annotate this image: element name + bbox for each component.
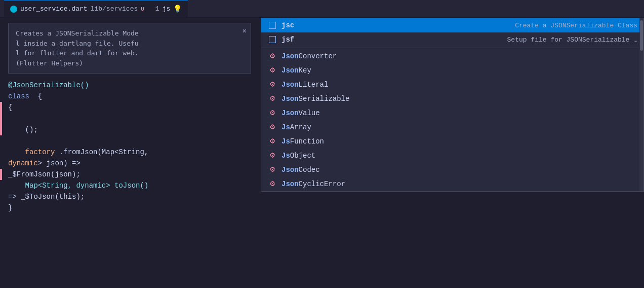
dropdown-item-jsonliteral[interactable]: ⚙ JsonLiteral bbox=[261, 78, 643, 92]
snippet-sym-9: ⚙ bbox=[270, 166, 275, 174]
square-icon-jsf bbox=[269, 36, 276, 43]
snippet-sym-2: ⚙ bbox=[270, 66, 275, 75]
code-dynamic-keyword: dynamic bbox=[8, 158, 38, 169]
item-label-jsfunction: JsFunction bbox=[281, 137, 637, 146]
dropdown-scrollbar[interactable] bbox=[639, 18, 643, 191]
match-text-json6: Json bbox=[281, 166, 299, 174]
line-indicator bbox=[0, 102, 2, 113]
rest-text-key: Key bbox=[299, 66, 311, 75]
snippet-sym-5: ⚙ bbox=[270, 109, 275, 117]
code-line-open-brace: { bbox=[0, 102, 261, 113]
dropdown-item-jsfunction[interactable]: ⚙ JsFunction bbox=[261, 134, 643, 149]
item-label-jsarray: JsArray bbox=[281, 123, 637, 131]
code-line-class: class { bbox=[0, 91, 261, 102]
dropdown-item-jsoncodec[interactable]: ⚙ JsonCodec bbox=[261, 163, 643, 177]
rest-text-serializable: Serializable bbox=[299, 95, 350, 103]
code-line-map: Map<String, dynamic> toJson() bbox=[0, 180, 261, 191]
snippet-icon-jsonvalue: ⚙ bbox=[267, 108, 277, 118]
tab-filename: user_service.dart bbox=[20, 5, 88, 13]
tab-path: lib/services bbox=[91, 5, 138, 13]
rest-text-value: Value bbox=[299, 109, 320, 117]
item-desc-jsf: Setup file for JSONSerializable … bbox=[507, 36, 637, 44]
code-annotation: @JsonSerializable() bbox=[8, 80, 89, 91]
main-content: × Creates a JSONSerializable Mode l insi… bbox=[0, 18, 644, 288]
tooltip-line-4: (Flutter Helpers) bbox=[16, 58, 244, 68]
code-line-close: } bbox=[0, 202, 261, 213]
tooltip-line-1: Creates a JSONSerializable Mode bbox=[16, 28, 244, 39]
tab-line-col: 1 bbox=[155, 5, 159, 13]
match-text-jsf: jsf bbox=[281, 35, 294, 44]
dart-icon bbox=[10, 6, 17, 13]
snippet-icon-jsf bbox=[267, 34, 277, 45]
item-label-jsc: jsc bbox=[281, 21, 505, 29]
snippet-sym-10: ⚙ bbox=[270, 180, 275, 188]
snippet-icon-jsonkey: ⚙ bbox=[267, 65, 277, 76]
rest-text-literal: Literal bbox=[299, 81, 329, 89]
tab-bar: user_service.dart lib/services U 1 js 💡 bbox=[0, 0, 644, 18]
dropdown-item-jsf[interactable]: jsf Setup file for JSONSerializable … bbox=[261, 32, 643, 47]
rest-text-array: Array bbox=[290, 123, 311, 131]
tab-lang: js bbox=[163, 5, 171, 13]
item-label-jsoncyclicerror: JsonCyclicError bbox=[281, 180, 637, 188]
item-label-jsonliteral: JsonLiteral bbox=[281, 81, 637, 89]
dropdown-item-jsarray[interactable]: ⚙ JsArray bbox=[261, 120, 643, 134]
snippet-icon-jsc bbox=[267, 20, 277, 30]
dropdown-item-jsobject[interactable]: ⚙ JsObject bbox=[261, 149, 643, 163]
snippet-sym-6: ⚙ bbox=[270, 123, 275, 131]
item-label-jsf: jsf bbox=[281, 35, 497, 44]
code-factory-keyword: factory bbox=[25, 147, 55, 158]
snippet-icon-jsarray: ⚙ bbox=[267, 122, 277, 132]
dropdown-item-jsoncyclicerror[interactable]: ⚙ JsonCyclicError bbox=[261, 177, 643, 191]
snippet-sym-4: ⚙ bbox=[270, 95, 275, 103]
code-fromjson-call: _$FromJson(json); bbox=[8, 169, 80, 180]
rest-text-cyclicerror: CyclicError bbox=[299, 180, 345, 188]
line-indicator-3 bbox=[0, 124, 2, 135]
match-text-json7: Json bbox=[281, 180, 299, 188]
snippet-icon-jsoncyclicerror: ⚙ bbox=[267, 179, 277, 189]
tooltip-box: × Creates a JSONSerializable Mode l insi… bbox=[8, 23, 251, 74]
code-indent bbox=[8, 147, 25, 158]
snippet-icon-jsobject: ⚙ bbox=[267, 151, 277, 161]
tooltip-close-button[interactable]: × bbox=[243, 26, 247, 37]
code-line-annotation: @JsonSerializable() bbox=[0, 80, 261, 91]
dropdown-item-jsc[interactable]: jsc Create a JSONSerializable Class bbox=[261, 18, 643, 32]
code-line-fromjson-call: _$FromJson(json); bbox=[0, 169, 261, 180]
item-label-jsonkey: JsonKey bbox=[281, 66, 637, 75]
match-text-json4: Json bbox=[281, 95, 299, 103]
autocomplete-dropdown: jsc Create a JSONSerializable Class jsf … bbox=[261, 18, 644, 192]
code-line-tojson: => _$ToJson(this); bbox=[0, 191, 261, 202]
code-line-empty1 bbox=[0, 113, 261, 124]
snippet-icon-jsonliteral: ⚙ bbox=[267, 80, 277, 90]
code-keyword-class: class bbox=[8, 91, 29, 102]
rest-text-converter: Converter bbox=[299, 52, 337, 60]
dropdown-item-jsonvalue[interactable]: ⚙ JsonValue bbox=[261, 106, 643, 120]
match-text-js1: Js bbox=[281, 123, 290, 131]
code-panel: × Creates a JSONSerializable Mode l insi… bbox=[0, 18, 261, 288]
snippet-icon-jsoncodec: ⚙ bbox=[267, 165, 277, 175]
file-tab[interactable]: user_service.dart lib/services U 1 js 💡 bbox=[4, 0, 188, 17]
rest-text-codec: Codec bbox=[299, 166, 320, 174]
rest-text-function: Function bbox=[290, 137, 324, 146]
code-constructor: (); bbox=[8, 124, 38, 135]
match-text-json5: Json bbox=[281, 109, 299, 117]
lightbulb-icon[interactable]: 💡 bbox=[173, 5, 182, 13]
item-label-jsonserializable: JsonSerializable bbox=[281, 95, 637, 103]
item-label-jsoncodec: JsonCodec bbox=[281, 166, 637, 174]
match-text-js2: Js bbox=[281, 137, 290, 146]
item-desc-jsc: Create a JSONSerializable Class bbox=[515, 22, 637, 29]
snippet-icon-jsonconverter: ⚙ bbox=[267, 51, 277, 61]
tooltip-line-3: l for flutter and dart for web. bbox=[16, 48, 244, 58]
match-text-json: Json bbox=[281, 52, 299, 60]
dropdown-item-jsonkey[interactable]: ⚙ JsonKey bbox=[261, 63, 643, 78]
line-indicator-2 bbox=[0, 113, 2, 124]
code-json-arrow: > json) => bbox=[38, 158, 80, 169]
match-text-js3: Js bbox=[281, 152, 290, 160]
code-line-factory: factory .fromJson(Map<String, bbox=[0, 147, 261, 158]
dropdown-item-jsonserializable[interactable]: ⚙ JsonSerializable bbox=[261, 92, 643, 106]
snippet-sym-8: ⚙ bbox=[270, 152, 275, 160]
snippet-sym-7: ⚙ bbox=[270, 137, 275, 146]
dropdown-item-jsonconverter[interactable]: ⚙ JsonConverter bbox=[261, 49, 643, 63]
match-text-json3: Json bbox=[281, 81, 299, 89]
code-line-empty2 bbox=[0, 135, 261, 147]
tab-modified: U bbox=[141, 6, 144, 12]
